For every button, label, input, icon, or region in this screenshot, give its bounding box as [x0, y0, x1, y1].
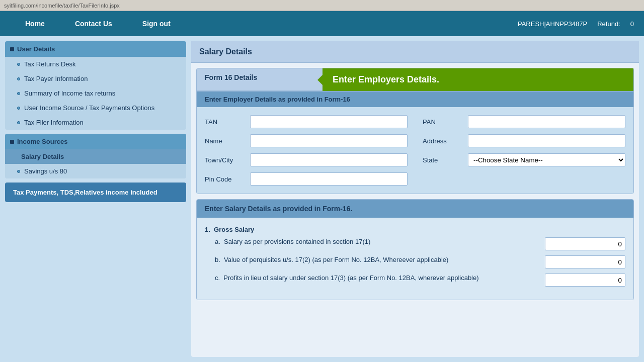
employer-section-title: Enter Employer Details as provided in Fo… [197, 92, 633, 107]
sidebar-item-tax-filer-label: Tax Filer Information [24, 119, 84, 126]
refund-label: Refund: [597, 20, 620, 28]
sidebar-tax-payments-label: Tax Payments, TDS,Relatives income inclu… [13, 189, 157, 196]
town-label: Town/City [205, 156, 245, 164]
refund-value: 0 [630, 20, 634, 28]
address-row: Address [423, 134, 625, 147]
town-row: Town/City [205, 153, 408, 166]
page-title: Salary Details [191, 41, 639, 63]
username: PARESH|AHNPP3487P [518, 20, 587, 28]
tan-row: TAN [205, 115, 408, 128]
dot-icon [17, 121, 20, 124]
sidebar-item-savings-label: Savings u/s 80 [24, 167, 67, 175]
sidebar-user-details-label: User Details [17, 45, 55, 53]
main-layout: User Details Tax Returns Desk Tax Payer … [0, 36, 644, 362]
sidebar-item-user-income[interactable]: User Income Source / Tax Payments Option… [5, 101, 186, 115]
employer-tooltip: Enter Employers Details. [323, 68, 633, 91]
sidebar-item-tax-filer[interactable]: Tax Filer Information [5, 115, 186, 130]
address-input[interactable] [468, 134, 625, 147]
tan-label: TAN [205, 118, 245, 126]
town-input[interactable] [250, 153, 408, 166]
pincode-input[interactable] [250, 172, 408, 186]
sidebar-item-summary-label: Summary of Income tax returns [24, 89, 115, 97]
browser-url: syitfiling.com/incomefile/taxfile/TaxFil… [4, 3, 120, 9]
tan-input[interactable] [250, 115, 408, 128]
pan-input[interactable] [468, 115, 625, 128]
sidebar-section-tax-payments[interactable]: Tax Payments, TDS,Relatives income inclu… [5, 183, 186, 202]
bullet-icon [10, 140, 14, 144]
sidebar-income-label: Income Sources [17, 138, 67, 145]
gross-salary-label: 1. Gross Salary [205, 226, 625, 233]
pincode-row: Pin Code [205, 172, 408, 186]
dot-icon [17, 77, 20, 80]
sidebar-income-header: Income Sources [5, 134, 186, 149]
sidebar-item-tax-returns-label: Tax Returns Desk [24, 60, 76, 68]
salary-input-b[interactable] [545, 255, 625, 268]
salary-sub-label-a: a. Salary as per provisions contained in… [215, 237, 540, 246]
dot-icon [17, 92, 20, 95]
sidebar-user-details-header: User Details [5, 41, 186, 57]
sidebar-item-salary-label: Salary Details [21, 153, 64, 160]
salary-sub-item-a: a. Salary as per provisions contained in… [205, 237, 625, 250]
pincode-label: Pin Code [205, 175, 245, 183]
nav-signout[interactable]: Sign out [127, 12, 186, 35]
form16-header-row: Form 16 Details Enter Employers Details. [197, 68, 633, 91]
sidebar-section-income: Income Sources Salary Details Savings u/… [5, 134, 186, 178]
address-label: Address [423, 137, 463, 145]
salary-sub-label-b: b. Value of perquisites u/s. 17(2) (as p… [215, 255, 540, 264]
sidebar-section-user: User Details Tax Returns Desk Tax Payer … [5, 41, 186, 130]
name-label: Name [205, 137, 245, 145]
browser-bar: syitfiling.com/incomefile/taxfile/TaxFil… [0, 0, 644, 11]
sidebar-item-user-income-label: User Income Source / Tax Payments Option… [24, 104, 154, 112]
form16-section: Form 16 Details Enter Employers Details.… [196, 68, 634, 194]
sidebar-item-tax-returns[interactable]: Tax Returns Desk [5, 57, 186, 71]
salary-sub-item-c: c. Profits in lieu of salary under secti… [205, 274, 625, 287]
main-content: Salary Details Form 16 Details Enter Emp… [191, 41, 639, 357]
gross-salary-item: 1. Gross Salary a. Salary as per provisi… [205, 226, 625, 287]
nav-home[interactable]: Home [10, 12, 60, 35]
sidebar-item-tax-payer-label: Tax Payer Information [24, 75, 88, 82]
salary-input-c[interactable] [545, 274, 625, 287]
sidebar-item-summary[interactable]: Summary of Income tax returns [5, 86, 186, 101]
navbar: Home Contact Us Sign out PARESH|AHNPP348… [0, 11, 644, 36]
user-info: PARESH|AHNPP3487P Refund: 0 [518, 20, 634, 28]
pan-row: PAN [423, 115, 625, 128]
dot-icon [17, 170, 20, 173]
pan-label: PAN [423, 118, 463, 126]
salary-input-a[interactable] [545, 237, 625, 250]
salary-body: 1. Gross Salary a. Salary as per provisi… [197, 218, 633, 300]
dot-icon [17, 63, 20, 66]
employer-form: TAN PAN Name Address [197, 107, 633, 194]
name-input[interactable] [250, 134, 408, 147]
state-select[interactable]: --Choose State Name-- [468, 153, 625, 166]
sidebar-item-tax-payer[interactable]: Tax Payer Information [5, 71, 186, 86]
bullet-icon [10, 47, 14, 51]
salary-section: Enter Salary Details as provided in Form… [196, 199, 634, 300]
salary-section-title: Enter Salary Details as provided in Form… [197, 200, 633, 218]
salary-sub-item-b: b. Value of perquisites u/s. 17(2) (as p… [205, 255, 625, 268]
form16-label: Form 16 Details [197, 68, 323, 91]
sidebar-item-salary[interactable]: Salary Details [5, 149, 186, 164]
name-row: Name [205, 134, 408, 147]
salary-sub-label-c: c. Profits in lieu of salary under secti… [215, 274, 540, 283]
employer-section: Enter Employer Details as provided in Fo… [197, 91, 633, 194]
sidebar: User Details Tax Returns Desk Tax Payer … [5, 41, 186, 357]
dot-icon [17, 107, 20, 110]
state-row: State --Choose State Name-- [423, 153, 625, 166]
state-label: State [423, 156, 463, 164]
nav-contact[interactable]: Contact Us [60, 12, 127, 35]
sidebar-item-savings[interactable]: Savings u/s 80 [5, 164, 186, 178]
